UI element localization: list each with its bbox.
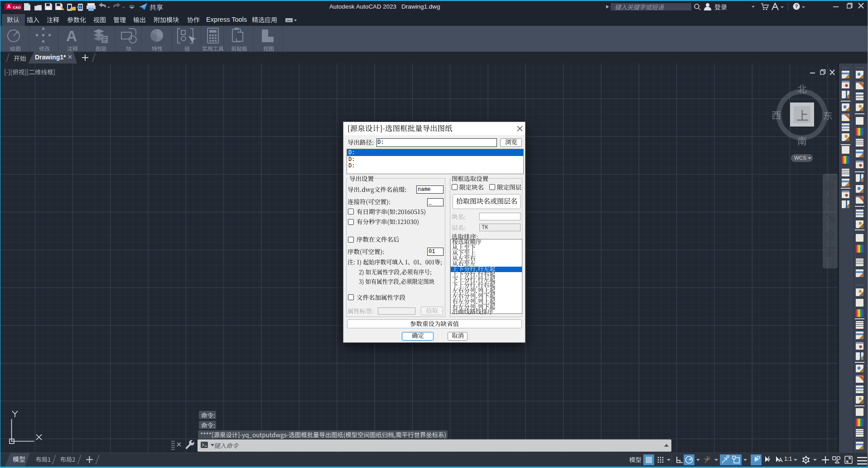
- svg-text:A: A: [66, 27, 77, 44]
- svg-text:?: ?: [795, 4, 798, 9]
- svg-text:CAD: CAD: [13, 5, 21, 10]
- svg-text:A: A: [7, 4, 11, 9]
